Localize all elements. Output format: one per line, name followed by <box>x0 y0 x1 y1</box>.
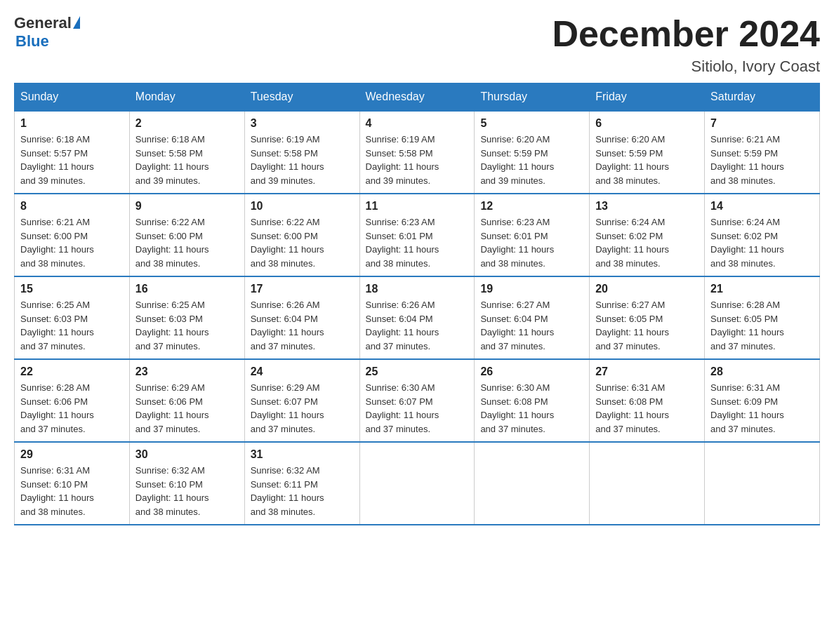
day-number: 28 <box>710 365 814 378</box>
day-info: Sunrise: 6:23 AMSunset: 6:01 PMDaylight:… <box>480 217 554 269</box>
day-info: Sunrise: 6:27 AMSunset: 6:05 PMDaylight:… <box>595 300 669 351</box>
location-subtitle: Sitiolo, Ivory Coast <box>552 58 820 76</box>
day-number: 1 <box>20 117 124 130</box>
day-cell-22: 22 Sunrise: 6:28 AMSunset: 6:06 PMDaylig… <box>15 359 130 442</box>
day-cell-16: 16 Sunrise: 6:25 AMSunset: 6:03 PMDaylig… <box>129 276 244 359</box>
header-tuesday: Tuesday <box>244 83 359 112</box>
header-monday: Monday <box>129 83 244 112</box>
day-cell-26: 26 Sunrise: 6:30 AMSunset: 6:08 PMDaylig… <box>475 359 590 442</box>
day-number: 20 <box>595 283 699 295</box>
day-cell-7: 7 Sunrise: 6:21 AMSunset: 5:59 PMDayligh… <box>705 111 820 194</box>
day-number: 4 <box>366 117 469 130</box>
day-number: 29 <box>20 448 124 461</box>
calendar-week-3: 15 Sunrise: 6:25 AMSunset: 6:03 PMDaylig… <box>15 276 820 359</box>
day-number: 18 <box>366 283 469 295</box>
day-cell-27: 27 Sunrise: 6:31 AMSunset: 6:08 PMDaylig… <box>590 359 705 442</box>
title-section: December 2024 Sitiolo, Ivory Coast <box>552 14 820 76</box>
day-cell-1: 1 Sunrise: 6:18 AMSunset: 5:57 PMDayligh… <box>15 111 130 194</box>
day-info: Sunrise: 6:25 AMSunset: 6:03 PMDaylight:… <box>20 300 94 351</box>
day-cell-25: 25 Sunrise: 6:30 AMSunset: 6:07 PMDaylig… <box>359 359 475 442</box>
header-wednesday: Wednesday <box>359 83 475 112</box>
day-info: Sunrise: 6:21 AMSunset: 5:59 PMDaylight:… <box>710 134 784 186</box>
day-number: 23 <box>135 365 239 378</box>
day-cell-17: 17 Sunrise: 6:26 AMSunset: 6:04 PMDaylig… <box>244 276 359 359</box>
day-cell-6: 6 Sunrise: 6:20 AMSunset: 5:59 PMDayligh… <box>590 111 705 194</box>
day-info: Sunrise: 6:19 AMSunset: 5:58 PMDaylight:… <box>366 134 439 186</box>
month-year-title: December 2024 <box>552 14 820 54</box>
day-cell-5: 5 Sunrise: 6:20 AMSunset: 5:59 PMDayligh… <box>475 111 590 194</box>
logo-general-text: General <box>14 14 72 32</box>
day-info: Sunrise: 6:30 AMSunset: 6:07 PMDaylight:… <box>366 382 439 434</box>
day-number: 22 <box>20 365 124 378</box>
header-saturday: Saturday <box>705 83 820 112</box>
empty-cell <box>590 442 705 525</box>
day-number: 10 <box>251 200 354 213</box>
day-info: Sunrise: 6:31 AMSunset: 6:10 PMDaylight:… <box>20 465 94 517</box>
day-info: Sunrise: 6:20 AMSunset: 5:59 PMDaylight:… <box>595 134 669 186</box>
day-cell-10: 10 Sunrise: 6:22 AMSunset: 6:00 PMDaylig… <box>244 194 359 276</box>
header-thursday: Thursday <box>475 83 590 112</box>
header-friday: Friday <box>590 83 705 112</box>
day-number: 5 <box>480 117 583 130</box>
day-cell-24: 24 Sunrise: 6:29 AMSunset: 6:07 PMDaylig… <box>244 359 359 442</box>
empty-cell <box>705 442 820 525</box>
day-info: Sunrise: 6:22 AMSunset: 6:00 PMDaylight:… <box>135 217 209 269</box>
day-cell-12: 12 Sunrise: 6:23 AMSunset: 6:01 PMDaylig… <box>475 194 590 276</box>
day-info: Sunrise: 6:27 AMSunset: 6:04 PMDaylight:… <box>480 300 554 351</box>
logo-blue-text: Blue <box>15 32 49 50</box>
day-cell-30: 30 Sunrise: 6:32 AMSunset: 6:10 PMDaylig… <box>129 442 244 525</box>
day-number: 2 <box>135 117 239 130</box>
day-info: Sunrise: 6:28 AMSunset: 6:06 PMDaylight:… <box>20 382 94 434</box>
day-cell-13: 13 Sunrise: 6:24 AMSunset: 6:02 PMDaylig… <box>590 194 705 276</box>
day-cell-2: 2 Sunrise: 6:18 AMSunset: 5:58 PMDayligh… <box>129 111 244 194</box>
day-number: 21 <box>710 283 814 295</box>
day-info: Sunrise: 6:32 AMSunset: 6:11 PMDaylight:… <box>251 465 324 517</box>
day-cell-19: 19 Sunrise: 6:27 AMSunset: 6:04 PMDaylig… <box>475 276 590 359</box>
day-number: 24 <box>251 365 354 378</box>
day-info: Sunrise: 6:18 AMSunset: 5:58 PMDaylight:… <box>135 134 209 186</box>
day-info: Sunrise: 6:18 AMSunset: 5:57 PMDaylight:… <box>20 134 94 186</box>
day-number: 6 <box>595 117 699 130</box>
day-number: 11 <box>366 200 469 213</box>
day-info: Sunrise: 6:19 AMSunset: 5:58 PMDaylight:… <box>251 134 324 186</box>
day-info: Sunrise: 6:24 AMSunset: 6:02 PMDaylight:… <box>710 217 784 269</box>
day-info: Sunrise: 6:29 AMSunset: 6:07 PMDaylight:… <box>251 382 324 434</box>
calendar-week-5: 29 Sunrise: 6:31 AMSunset: 6:10 PMDaylig… <box>15 442 820 525</box>
day-number: 17 <box>251 283 354 295</box>
day-number: 13 <box>595 200 699 213</box>
day-info: Sunrise: 6:32 AMSunset: 6:10 PMDaylight:… <box>135 465 209 517</box>
calendar-table: SundayMondayTuesdayWednesdayThursdayFrid… <box>14 83 820 525</box>
day-number: 25 <box>366 365 469 378</box>
day-info: Sunrise: 6:31 AMSunset: 6:08 PMDaylight:… <box>595 382 669 434</box>
day-number: 16 <box>135 283 239 295</box>
day-info: Sunrise: 6:25 AMSunset: 6:03 PMDaylight:… <box>135 300 209 351</box>
day-info: Sunrise: 6:26 AMSunset: 6:04 PMDaylight:… <box>366 300 439 351</box>
day-number: 7 <box>710 117 814 130</box>
day-info: Sunrise: 6:28 AMSunset: 6:05 PMDaylight:… <box>710 300 784 351</box>
day-number: 19 <box>480 283 583 295</box>
day-info: Sunrise: 6:31 AMSunset: 6:09 PMDaylight:… <box>710 382 784 434</box>
day-info: Sunrise: 6:21 AMSunset: 6:00 PMDaylight:… <box>20 217 94 269</box>
day-cell-23: 23 Sunrise: 6:29 AMSunset: 6:06 PMDaylig… <box>129 359 244 442</box>
page-header: General Blue December 2024 Sitiolo, Ivor… <box>14 14 820 76</box>
day-cell-9: 9 Sunrise: 6:22 AMSunset: 6:00 PMDayligh… <box>129 194 244 276</box>
header-sunday: Sunday <box>15 83 130 112</box>
day-number: 8 <box>20 200 124 213</box>
day-cell-31: 31 Sunrise: 6:32 AMSunset: 6:11 PMDaylig… <box>244 442 359 525</box>
logo-triangle-icon <box>73 16 80 29</box>
day-info: Sunrise: 6:24 AMSunset: 6:02 PMDaylight:… <box>595 217 669 269</box>
day-cell-21: 21 Sunrise: 6:28 AMSunset: 6:05 PMDaylig… <box>705 276 820 359</box>
day-number: 12 <box>480 200 583 213</box>
day-cell-15: 15 Sunrise: 6:25 AMSunset: 6:03 PMDaylig… <box>15 276 130 359</box>
calendar-week-1: 1 Sunrise: 6:18 AMSunset: 5:57 PMDayligh… <box>15 111 820 194</box>
day-cell-4: 4 Sunrise: 6:19 AMSunset: 5:58 PMDayligh… <box>359 111 475 194</box>
day-info: Sunrise: 6:29 AMSunset: 6:06 PMDaylight:… <box>135 382 209 434</box>
day-cell-14: 14 Sunrise: 6:24 AMSunset: 6:02 PMDaylig… <box>705 194 820 276</box>
day-cell-29: 29 Sunrise: 6:31 AMSunset: 6:10 PMDaylig… <box>15 442 130 525</box>
day-number: 26 <box>480 365 583 378</box>
day-number: 27 <box>595 365 699 378</box>
day-info: Sunrise: 6:26 AMSunset: 6:04 PMDaylight:… <box>251 300 324 351</box>
day-cell-8: 8 Sunrise: 6:21 AMSunset: 6:00 PMDayligh… <box>15 194 130 276</box>
calendar-week-2: 8 Sunrise: 6:21 AMSunset: 6:00 PMDayligh… <box>15 194 820 276</box>
day-cell-20: 20 Sunrise: 6:27 AMSunset: 6:05 PMDaylig… <box>590 276 705 359</box>
